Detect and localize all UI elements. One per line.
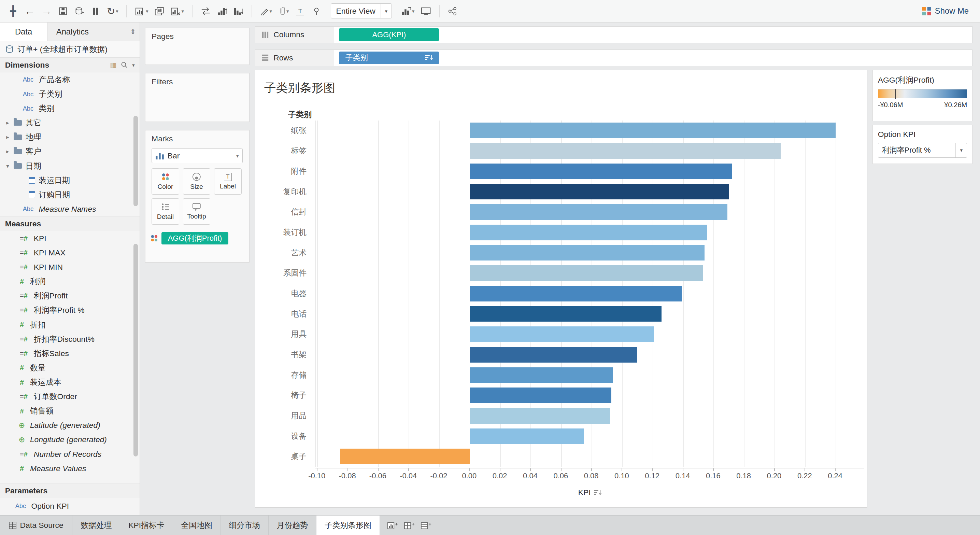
bar[interactable] [470, 164, 732, 179]
dimension-item[interactable]: Abc产品名称 [0, 72, 140, 87]
measure-item[interactable]: =#订单数Order [0, 390, 140, 404]
dimension-item[interactable]: ▸其它 [0, 116, 140, 130]
tab-analytics[interactable]: Analytics [48, 22, 97, 41]
bar[interactable] [470, 428, 584, 444]
row-label[interactable]: 装订机 [255, 222, 307, 243]
dimension-item[interactable]: Abc类别 [0, 101, 140, 116]
parameter-item[interactable]: AbcOption KPI [0, 499, 140, 513]
dimension-item[interactable]: Abc子类别 [0, 87, 140, 101]
row-label[interactable]: 存储 [255, 365, 307, 385]
bar[interactable] [470, 143, 781, 159]
measure-item[interactable]: =#利润率Profit % [0, 303, 140, 317]
datasource-tab[interactable]: Data Source [0, 516, 72, 535]
row-label[interactable]: 椅子 [255, 385, 307, 406]
bar[interactable] [470, 265, 703, 281]
fit-selector[interactable]: Entire View ▾ [331, 3, 392, 18]
dimensions-scrollbar[interactable] [134, 116, 138, 206]
measure-item[interactable]: =#指标Sales [0, 346, 140, 361]
measure-item[interactable]: #折扣 [0, 317, 140, 332]
row-label[interactable]: 系固件 [255, 263, 307, 283]
bar[interactable] [470, 245, 705, 261]
new-story-tab-icon[interactable] [421, 521, 431, 530]
search-icon[interactable] [121, 62, 128, 68]
bar[interactable] [470, 326, 654, 342]
new-worksheet-icon[interactable]: ▾ [134, 3, 150, 19]
new-datasource-icon[interactable] [72, 3, 86, 19]
measure-item[interactable]: =#折扣率Discount% [0, 332, 140, 346]
datasource-row[interactable]: 订单+ (全球超市订单数据) [0, 41, 140, 58]
bar[interactable] [470, 408, 610, 424]
sheet-tab[interactable]: 全国地图 [173, 516, 221, 535]
row-label[interactable]: 用具 [255, 324, 307, 344]
sheet-tab[interactable]: 子类别条形图 [317, 516, 380, 535]
row-label[interactable]: 纸张 [255, 121, 307, 141]
bar[interactable] [470, 387, 611, 403]
sheet-tab[interactable]: 月份趋势 [269, 516, 317, 535]
presentation-mode-icon[interactable] [419, 3, 433, 19]
columns-pill-agg-kpi[interactable]: AGG(KPI) [339, 28, 439, 41]
show-mark-labels-icon[interactable]: ▾ [399, 3, 416, 19]
row-label[interactable]: 艺术 [255, 243, 307, 263]
measure-item[interactable]: #Measure Values [0, 461, 140, 473]
bar[interactable] [470, 306, 662, 322]
bar[interactable] [470, 123, 835, 138]
pause-updates-icon[interactable] [89, 3, 102, 19]
pill-sort-icon[interactable] [425, 55, 433, 61]
fix-axes-icon[interactable] [310, 3, 323, 19]
bar[interactable] [470, 286, 682, 301]
row-label[interactable]: 设备 [255, 426, 307, 447]
axis-sort-icon[interactable] [594, 490, 601, 496]
tableau-logo-icon[interactable]: ╋ [6, 3, 20, 19]
parameter-dropdown[interactable]: 利润率Profit % ▾ [878, 143, 967, 158]
measure-item[interactable]: ⊕Latitude (generated) [0, 418, 140, 433]
dimension-item[interactable]: ▸客户 [0, 145, 140, 159]
color-legend-gradient[interactable] [878, 89, 967, 98]
dimension-item[interactable]: 订购日期 [0, 188, 140, 202]
row-field-header[interactable]: 子类别 [255, 109, 312, 120]
redo-icon[interactable]: → [39, 3, 54, 19]
new-dashboard-tab-icon[interactable] [404, 521, 415, 530]
clear-sheet-icon[interactable]: ▾ [169, 3, 186, 19]
measure-item[interactable]: #装运成本 [0, 375, 140, 389]
duplicate-sheet-icon[interactable] [153, 3, 166, 19]
row-label[interactable]: 附件 [255, 161, 307, 182]
label-button[interactable]: T Label [214, 168, 242, 194]
tab-data[interactable]: Data [0, 22, 48, 41]
expand-arrow-icon[interactable]: ▾ [6, 163, 14, 169]
tooltip-button[interactable]: Tooltip [183, 198, 211, 225]
format-copy-icon[interactable]: ▾ [277, 3, 291, 19]
row-label[interactable]: 桌子 [255, 446, 307, 467]
measure-item[interactable]: =#Number of Records [0, 447, 140, 461]
measure-item[interactable]: #销售额 [0, 404, 140, 418]
mark-type-dropdown[interactable]: Bar ▾ [151, 148, 243, 163]
row-label[interactable]: 电话 [255, 304, 307, 324]
refresh-icon[interactable]: ↻▾ [105, 3, 120, 19]
bar[interactable] [470, 367, 613, 383]
dimension-item[interactable]: ▸地理 [0, 130, 140, 145]
measure-item[interactable]: =#KPI MIN [0, 260, 140, 274]
pane-dock-icon[interactable]: ⇕ [126, 22, 140, 41]
view-data-icon[interactable]: ▦ [110, 61, 116, 69]
sort-descending-icon[interactable] [231, 3, 245, 19]
color-legend-marker[interactable] [895, 89, 896, 99]
pages-card[interactable]: Pages [145, 28, 250, 65]
highlight-icon[interactable]: ▾ [258, 3, 274, 19]
measures-scrollbar[interactable] [134, 244, 138, 457]
measure-item[interactable]: =#利润Profit [0, 289, 140, 303]
swap-axes-icon[interactable] [199, 3, 213, 19]
pane-menu-chevron-icon[interactable]: ▾ [132, 62, 135, 68]
sheet-tab[interactable]: 数据处理 [72, 516, 120, 535]
rows-pill-subcategory[interactable]: 子类别 [339, 51, 439, 64]
dimension-item[interactable]: ▾日期 [0, 159, 140, 173]
measure-item[interactable]: =#KPI MAX [0, 246, 140, 260]
chevron-down-icon[interactable]: ▾ [955, 143, 967, 158]
bar[interactable] [470, 347, 637, 363]
bar[interactable] [470, 184, 729, 199]
x-axis[interactable]: -0.10-0.08-0.06-0.04-0.020.000.020.040.0… [315, 468, 864, 482]
expand-arrow-icon[interactable]: ▸ [6, 148, 14, 154]
dimension-item[interactable]: AbcMeasure Names [0, 202, 140, 216]
bar[interactable] [340, 449, 470, 464]
show-me-button[interactable]: Show Me [922, 6, 974, 16]
row-label[interactable]: 复印机 [255, 182, 307, 202]
color-pill[interactable]: AGG(利润Profit) [161, 232, 228, 245]
